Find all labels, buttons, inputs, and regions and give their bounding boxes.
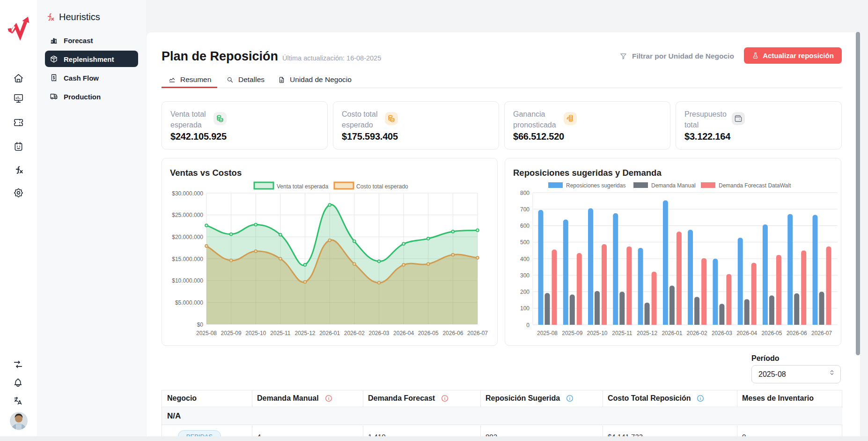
svg-text:0: 0 <box>526 322 530 329</box>
svg-text:Costo total esperado: Costo total esperado <box>356 183 408 190</box>
svg-text:$10.000.000: $10.000.000 <box>172 277 203 284</box>
svg-text:$5.000.000: $5.000.000 <box>175 299 203 306</box>
svg-text:2025-12: 2025-12 <box>294 330 315 336</box>
svg-text:2026-03: 2026-03 <box>368 330 389 336</box>
svg-text:Ventas vs Costos: Ventas vs Costos <box>170 168 242 178</box>
svg-text:Demanda Manual: Demanda Manual <box>651 182 696 189</box>
svg-text:Venta total esperada: Venta total esperada <box>277 183 328 190</box>
svg-text:2025-10: 2025-10 <box>587 330 607 336</box>
svg-text:700: 700 <box>520 206 530 213</box>
svg-text:2026-06: 2026-06 <box>787 330 807 336</box>
svg-text:2025-09: 2025-09 <box>221 330 242 336</box>
svg-text:$15.000.000: $15.000.000 <box>172 256 203 262</box>
svg-text:300: 300 <box>520 272 530 279</box>
svg-text:Reposiciones sugeridas y Deman: Reposiciones sugeridas y Demanda <box>513 168 662 178</box>
svg-text:2025-11: 2025-11 <box>612 330 632 336</box>
svg-text:500: 500 <box>520 239 530 246</box>
svg-text:2025-08: 2025-08 <box>196 330 217 336</box>
svg-text:2025-11: 2025-11 <box>270 330 290 336</box>
svg-text:2026-02: 2026-02 <box>687 330 707 336</box>
svg-text:200: 200 <box>520 289 530 295</box>
svg-text:2025-12: 2025-12 <box>637 330 657 336</box>
svg-text:2026-05: 2026-05 <box>418 330 439 336</box>
svg-text:Demanda Forecast DataWalt: Demanda Forecast DataWalt <box>719 182 791 189</box>
svg-text:2026-02: 2026-02 <box>344 330 365 336</box>
svg-text:2026-04: 2026-04 <box>393 330 414 336</box>
svg-text:2026-04: 2026-04 <box>736 330 757 336</box>
svg-text:2026-03: 2026-03 <box>712 330 732 336</box>
svg-text:$0: $0 <box>197 321 204 328</box>
svg-text:2026-06: 2026-06 <box>442 330 463 336</box>
svg-text:2025-10: 2025-10 <box>245 330 266 336</box>
svg-text:2026-07: 2026-07 <box>811 330 832 336</box>
svg-text:2026-07: 2026-07 <box>467 330 488 336</box>
svg-text:$25.000.000: $25.000.000 <box>172 212 203 218</box>
svg-text:600: 600 <box>520 223 530 229</box>
svg-text:2025-08: 2025-08 <box>537 330 558 336</box>
svg-text:$30.000.000: $30.000.000 <box>172 190 203 197</box>
svg-text:800: 800 <box>520 190 530 196</box>
svg-text:2026-01: 2026-01 <box>319 330 340 336</box>
svg-text:2026-05: 2026-05 <box>761 330 782 336</box>
svg-text:100: 100 <box>520 305 530 312</box>
svg-text:2025-09: 2025-09 <box>562 330 582 336</box>
svg-text:Reposiciones sugeridas: Reposiciones sugeridas <box>566 182 625 189</box>
svg-text:$20.000.000: $20.000.000 <box>172 234 203 240</box>
svg-text:400: 400 <box>520 256 530 262</box>
svg-text:2026-01: 2026-01 <box>662 330 682 336</box>
